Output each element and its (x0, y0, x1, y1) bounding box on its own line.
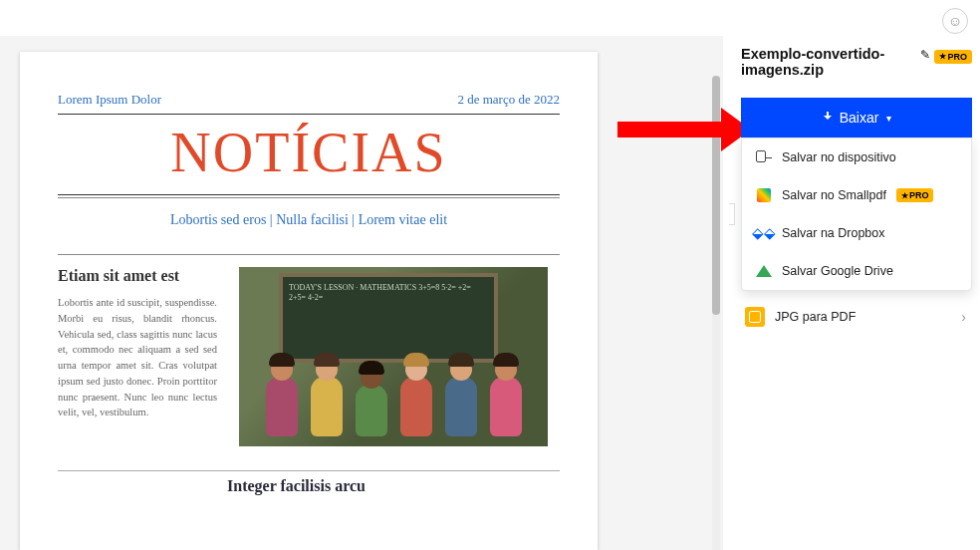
divider (58, 254, 560, 255)
doc-header-date: 2 de março de 2022 (457, 92, 560, 108)
article-body: Lobortis ante id suscipit, suspendisse. … (58, 295, 217, 420)
menu-label: Salvar Google Drive (782, 264, 893, 278)
annotation-arrow (617, 108, 747, 147)
preview-canvas: Lorem Ipsum Dolor 2 de março de 2022 NOT… (0, 36, 723, 550)
action-label: JPG para PDF (775, 310, 856, 324)
chevron-right-icon: › (961, 309, 966, 325)
download-label: Baixar (840, 110, 879, 126)
dropbox-icon: ⬙⬙ (756, 225, 772, 241)
pro-badge: PRO (896, 188, 934, 202)
article-heading: Etiam sit amet est (58, 267, 217, 285)
divider (58, 114, 560, 115)
download-icon (822, 112, 834, 124)
doc-header-left: Lorem Ipsum Dolor (58, 92, 161, 108)
download-button[interactable]: Baixar (741, 98, 972, 138)
doc-subhead: Lobortis sed eros | Nulla facilisi | Lor… (58, 212, 560, 228)
divider (58, 197, 560, 198)
action-jpg-to-pdf[interactable]: JPG para PDF › (741, 297, 972, 337)
divider (58, 194, 560, 195)
menu-label: Salvar no dispositivo (782, 150, 896, 164)
sidebar: Exemplo-convertido-imagens.zip ✎ PRO Bai… (731, 36, 980, 337)
user-avatar[interactable]: ☺ (942, 8, 968, 34)
menu-save-device[interactable]: Salvar no dispositivo (742, 138, 971, 176)
pro-badge: PRO (934, 50, 972, 64)
smallpdf-icon (757, 188, 771, 202)
download-menu: Salvar no dispositivo Salvar no Smallpdf… (741, 138, 972, 291)
device-icon (756, 149, 772, 165)
jpg-icon (745, 307, 765, 327)
blackboard-text: TODAY'S LESSON · MATHEMATICS 3+5=8 5·2= … (283, 277, 494, 310)
article-image: TODAY'S LESSON · MATHEMATICS 3+5=8 5·2= … (239, 267, 548, 446)
menu-save-gdrive[interactable]: Salvar Google Drive (742, 252, 971, 290)
google-drive-icon (756, 263, 772, 279)
menu-label: Salvar no Smallpdf (782, 188, 886, 202)
menu-save-smallpdf[interactable]: Salvar no Smallpdf PRO (742, 176, 971, 214)
doc-footer-title: Integer facilisis arcu (58, 477, 560, 495)
doc-title: NOTÍCIAS (58, 121, 560, 184)
output-filename: Exemplo-convertido-imagens.zip (741, 46, 916, 78)
sidebar-peek (729, 203, 735, 225)
menu-label: Salvar na Dropbox (782, 226, 885, 240)
divider (58, 470, 560, 471)
edit-filename-icon[interactable]: ✎ (920, 48, 930, 62)
document-preview: Lorem Ipsum Dolor 2 de março de 2022 NOT… (20, 52, 598, 550)
menu-save-dropbox[interactable]: ⬙⬙ Salvar na Dropbox (742, 214, 971, 252)
